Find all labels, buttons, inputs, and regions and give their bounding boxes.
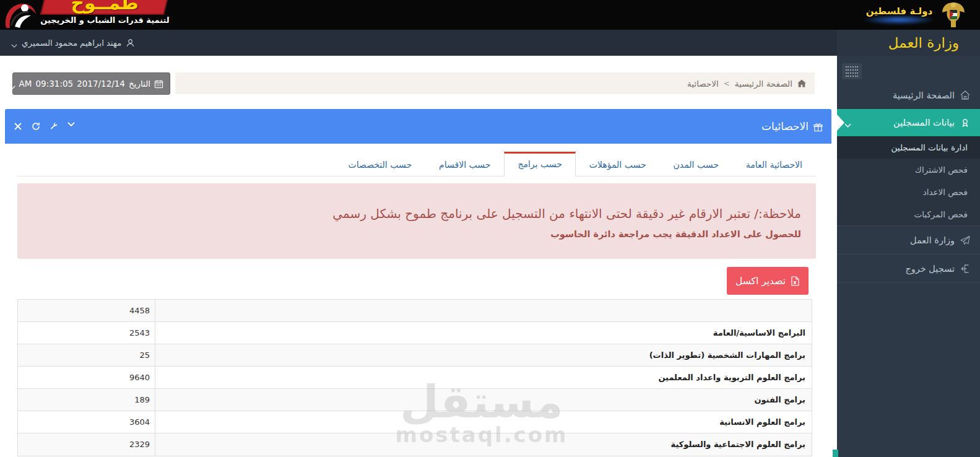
registrants-icon	[960, 118, 970, 128]
table-cell-count: 2543	[18, 322, 155, 344]
stats-panel-header: الاحصائيات	[5, 109, 831, 144]
tab-label: حسب المدن	[674, 160, 719, 170]
stats-panel-body: الاحصائية العامة حسب المدن حسب المؤهلات …	[5, 144, 831, 457]
calendar-icon	[154, 79, 163, 89]
palestine-emblem-icon	[937, 0, 969, 30]
panel-tools	[14, 109, 76, 144]
table-cell-program	[155, 300, 812, 321]
notice-line1: ملاحظة:/ تعتبر الارقام غير دقيقة لحتى ال…	[32, 204, 801, 223]
tab-label: حسب الاقسام	[439, 160, 490, 170]
tab[interactable]: حسب برامج	[504, 152, 575, 176]
table-cell-count: 2329	[18, 433, 155, 456]
table-cell-program: برامج العلوم التربوية واعداد المعلمين	[155, 367, 812, 388]
tab-label: الاحصائية العامة	[746, 160, 802, 170]
table-row: برامج العلوم الاجتماعية والسلوكية 2329	[18, 433, 812, 456]
table-cell-program: برامج العلوم الانسانية	[155, 411, 812, 433]
close-icon[interactable]	[14, 122, 22, 131]
tabs-nav: الاحصائية العامة حسب المدن حسب المؤهلات …	[17, 150, 816, 176]
table-cell-count: 25	[18, 344, 155, 366]
user-bar: مهند ابراهيم محمود السميري	[0, 30, 980, 56]
chevron-down-icon	[11, 41, 17, 45]
wrench-icon[interactable]	[50, 122, 58, 131]
sidebar-submenu-item[interactable]: ادارة بيانات المسجلين	[837, 136, 980, 159]
tab[interactable]: حسب التخصصات	[335, 152, 425, 176]
sidebar-item-registrants[interactable]: بيانات المسجلين	[837, 109, 980, 136]
meridiem-value: AM	[19, 79, 32, 89]
export-excel-button[interactable]: تصدير اكسل	[727, 267, 809, 295]
sidebar-item-ministry-link[interactable]: وزارة العمل	[837, 226, 980, 254]
sidebar-submenu-label: ادارة بيانات المسجلين	[891, 142, 968, 152]
brand-tagline: لتنمية قدرات الشباب و الخريجين	[38, 15, 171, 25]
sidebar-item-label: تسجيل خروج	[905, 264, 955, 274]
sidebar-divider	[837, 282, 980, 283]
sidebar-item-label: الصفحة الرئيسية	[893, 90, 955, 100]
sidebar-toggle-icon[interactable]	[842, 63, 862, 79]
stats-panel-title: الاحصائيات	[761, 109, 823, 144]
sidebar-item-label: وزارة العمل	[910, 235, 955, 245]
main-content: التاريخ 2017/12/14 09:31:05 AM الصفحة ال…	[0, 56, 833, 457]
tab-label: حسب برامج	[518, 159, 562, 169]
table-cell-program: برامج المهارات الشخصية (تطوير الذات)	[155, 344, 812, 366]
chevron-down-icon[interactable]	[67, 122, 76, 131]
sidebar-item-home[interactable]: الصفحة الرئيسية	[837, 82, 980, 109]
sidebar: الصفحة الرئيسية بيانات المسجلين ادارة بي…	[837, 56, 980, 457]
home-icon	[797, 79, 806, 87]
table-cell-count: 4458	[18, 300, 155, 321]
logout-icon	[960, 264, 970, 274]
table-row: برامج العلوم الانسانية 3604	[18, 411, 812, 433]
top-brand-bar: طمــوح لتنمية قدرات الشباب و الخريجين دو…	[0, 0, 980, 30]
tab[interactable]: الاحصائية العامة	[732, 152, 816, 176]
tab-label: حسب المؤهلات	[589, 160, 646, 170]
chevron-down-icon	[844, 120, 851, 125]
date-picker-button[interactable]: التاريخ 2017/12/14 09:31:05 AM	[12, 72, 170, 95]
sidebar-menu: الصفحة الرئيسية بيانات المسجلين ادارة بي…	[837, 82, 980, 283]
table-row: برامج العلوم التربوية واعداد المعلمين 96…	[18, 367, 812, 389]
user-menu[interactable]: مهند ابراهيم محمود السميري	[7, 30, 139, 56]
stats-table: 4458 البرامج الاساسية/العامة 2543 برامج …	[17, 299, 812, 456]
tamooh-wordmark-text: طمــوح	[71, 0, 139, 14]
table-cell-count: 3604	[18, 411, 155, 433]
sidebar-submenu-item[interactable]: فحص المركبات	[837, 203, 980, 225]
sidebar-submenu-label: فحص الاعداد	[923, 187, 968, 197]
excel-file-icon	[791, 276, 800, 286]
time-value: 09:31:05	[36, 79, 74, 89]
person-icon	[126, 38, 135, 48]
gift-icon	[813, 122, 823, 131]
user-name: مهند ابراهيم محمود السميري	[22, 38, 121, 48]
app-root: طمــوح لتنمية قدرات الشباب و الخريجين دو…	[0, 0, 980, 457]
home-icon	[960, 90, 970, 100]
sidebar-bottom-teal-marker	[833, 450, 838, 457]
breadcrumb-separator: >	[724, 79, 730, 88]
sidebar-item-label: بيانات المسجلين	[893, 118, 955, 128]
table-row: برامج المهارات الشخصية (تطوير الذات) 25	[18, 344, 812, 367]
notice-line2: للحصول على الاعداد الدقيقة يجب مراجعة دا…	[32, 229, 801, 239]
sidebar-submenu-item[interactable]: فحص الاشتراك	[837, 159, 980, 181]
table-row: برامج الفنون 189	[18, 389, 812, 411]
breadcrumb: الصفحة الرئيسية > الاحصائية	[175, 72, 815, 94]
tab[interactable]: حسب الاقسام	[425, 152, 504, 176]
state-label: دولـة فلسطين	[861, 6, 938, 17]
tab-label: حسب التخصصات	[349, 160, 412, 170]
chevron-down-icon	[9, 82, 15, 86]
tab[interactable]: حسب المدن	[660, 152, 732, 176]
send-icon	[960, 235, 970, 245]
refresh-icon[interactable]	[32, 122, 40, 131]
table-cell-program: برامج الفنون	[155, 389, 812, 411]
sidebar-item-logout[interactable]: تسجيل خروج	[837, 255, 980, 282]
breadcrumb-home-link[interactable]: الصفحة الرئيسية	[735, 79, 792, 89]
breadcrumb-current: الاحصائية	[687, 79, 719, 89]
date-label: التاريخ	[129, 79, 150, 89]
tamooh-figure-logo-icon	[2, 1, 38, 29]
sidebar-ministry-title: وزارة العمل	[837, 30, 980, 56]
sidebar-submenu-label: فحص المركبات	[914, 209, 968, 219]
table-cell-program: البرامج الاساسية/العامة	[155, 322, 812, 344]
table-cell-program: برامج العلوم الاجتماعية والسلوكية	[155, 433, 812, 456]
active-item-notch	[837, 115, 844, 131]
tamooh-wordmark: طمــوح	[40, 0, 170, 15]
sidebar-submenu-item[interactable]: فحص الاعداد	[837, 181, 980, 203]
tab[interactable]: حسب المؤهلات	[576, 152, 660, 176]
stats-panel: الاحصائيات	[5, 109, 831, 457]
table-row: البرامج الاساسية/العامة 2543	[18, 322, 812, 344]
table-cell-count: 189	[18, 389, 155, 411]
table-row: 4458	[18, 300, 812, 322]
